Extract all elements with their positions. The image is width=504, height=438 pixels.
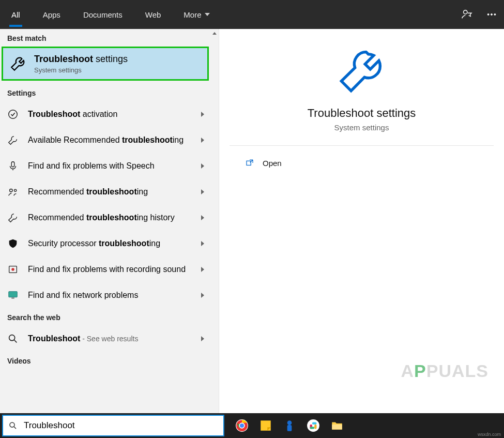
best-match-result[interactable]: Troubleshoot settings System settings xyxy=(2,47,209,81)
taskbar: wsxdn.com xyxy=(0,413,504,438)
tab-documents[interactable]: Documents xyxy=(72,0,134,29)
microphone-icon xyxy=(7,160,19,172)
chevron-right-icon xyxy=(201,336,204,341)
svg-rect-13 xyxy=(247,161,251,165)
folder-icon xyxy=(330,419,344,432)
wrench-icon xyxy=(9,55,27,72)
app-slack[interactable] xyxy=(306,418,320,433)
group-search-web: Search the web xyxy=(0,308,210,326)
feedback-icon xyxy=(461,9,472,20)
result-label: Recommended troubleshooting xyxy=(28,187,198,197)
scroll-up-icon[interactable] xyxy=(210,29,219,37)
options-button[interactable] xyxy=(479,0,504,29)
chevron-right-icon xyxy=(201,267,204,272)
svg-point-21 xyxy=(307,419,319,432)
group-settings: Settings xyxy=(0,84,210,101)
svg-point-3 xyxy=(494,14,496,16)
chevron-right-icon xyxy=(201,189,204,194)
preview-subtitle: System settings xyxy=(334,123,389,132)
taskbar-search[interactable] xyxy=(2,415,224,436)
search-icon xyxy=(7,333,19,344)
results-scrollbar[interactable] xyxy=(210,29,219,413)
check-circle-icon xyxy=(7,109,19,120)
result-label: Security processor troubleshooting xyxy=(28,238,198,249)
result-security-processor[interactable]: Security processor troubleshooting xyxy=(0,231,210,256)
search-scope-tabs: All Apps Documents Web More xyxy=(0,0,504,29)
tab-apps[interactable]: Apps xyxy=(32,0,72,29)
app-sticky-notes[interactable] xyxy=(258,418,273,433)
app-chrome[interactable] xyxy=(235,418,249,433)
result-web-troubleshoot[interactable]: Troubleshoot - See web results xyxy=(0,326,210,352)
wrench-icon xyxy=(336,44,388,96)
chevron-right-icon xyxy=(201,163,204,169)
svg-rect-23 xyxy=(312,422,317,425)
preview-title: Troubleshoot settings xyxy=(308,107,416,120)
result-available-recommended[interactable]: Available Recommended troubleshooting xyxy=(0,127,210,153)
svg-point-12 xyxy=(9,335,15,340)
result-network[interactable]: Find and fix network problems xyxy=(0,282,210,308)
svg-rect-20 xyxy=(287,425,292,431)
result-label: Find and fix problems with recording sou… xyxy=(28,264,198,275)
best-match-title: Troubleshoot settings xyxy=(34,53,128,65)
result-recommended[interactable]: Recommended troubleshooting xyxy=(0,179,210,205)
shield-icon xyxy=(7,238,19,249)
open-action[interactable]: Open xyxy=(240,155,287,171)
app-blue[interactable] xyxy=(282,418,297,433)
svg-point-14 xyxy=(10,422,14,427)
tab-all[interactable]: All xyxy=(0,0,32,29)
svg-point-1 xyxy=(487,14,489,16)
app-explorer[interactable] xyxy=(330,418,344,433)
attribution: wsxdn.com xyxy=(478,432,501,437)
watermark: APPUALS xyxy=(401,361,488,381)
svg-rect-11 xyxy=(11,297,14,298)
svg-point-19 xyxy=(287,420,292,425)
svg-rect-10 xyxy=(9,291,18,297)
record-icon xyxy=(7,264,19,275)
svg-rect-24 xyxy=(314,425,316,429)
svg-point-17 xyxy=(239,423,245,428)
svg-point-2 xyxy=(491,14,493,16)
chevron-down-icon xyxy=(205,13,210,16)
taskbar-apps xyxy=(235,418,344,433)
svg-point-4 xyxy=(9,110,18,118)
result-label: Recommended troubleshooting history xyxy=(28,213,198,223)
chevron-right-icon xyxy=(201,215,204,220)
result-troubleshoot-activation[interactable]: Troubleshoot activation xyxy=(0,101,210,127)
network-icon xyxy=(7,290,19,301)
result-label: Available Recommended troubleshooting xyxy=(28,135,198,145)
chevron-right-icon xyxy=(201,112,204,117)
open-label: Open xyxy=(263,159,282,168)
search-input[interactable] xyxy=(24,420,218,431)
results-pane: Best match Troubleshoot settings System … xyxy=(0,29,219,413)
person-icon xyxy=(283,419,296,432)
separator xyxy=(230,145,494,146)
result-label: Find and fix network problems xyxy=(28,290,198,300)
svg-point-7 xyxy=(14,189,16,191)
chevron-right-icon xyxy=(201,241,204,246)
group-videos: Videos xyxy=(0,352,210,369)
svg-rect-25 xyxy=(310,427,315,429)
svg-point-0 xyxy=(464,10,467,14)
svg-point-9 xyxy=(11,268,14,271)
search-icon xyxy=(8,421,18,430)
result-speech[interactable]: Find and fix problems with Speech xyxy=(0,153,210,179)
svg-rect-18 xyxy=(261,420,271,431)
svg-rect-5 xyxy=(11,161,14,167)
ellipsis-icon xyxy=(486,9,497,20)
result-recommended-history[interactable]: Recommended troubleshooting history xyxy=(0,205,210,231)
wrench-icon xyxy=(7,134,19,146)
slack-icon xyxy=(307,419,320,432)
preview-pane: Troubleshoot settings System settings Op… xyxy=(219,29,504,413)
tab-web[interactable]: Web xyxy=(134,0,173,29)
note-icon xyxy=(259,419,272,432)
tab-more[interactable]: More xyxy=(172,0,221,29)
people-icon xyxy=(7,186,19,198)
chrome-icon xyxy=(235,419,249,432)
feedback-button[interactable] xyxy=(454,0,479,29)
best-match-subtitle: System settings xyxy=(34,66,128,74)
svg-rect-26 xyxy=(332,425,342,430)
open-icon xyxy=(245,158,254,168)
result-recording-sound[interactable]: Find and fix problems with recording sou… xyxy=(0,256,210,282)
chevron-right-icon xyxy=(201,138,204,143)
tab-more-label: More xyxy=(184,10,201,19)
